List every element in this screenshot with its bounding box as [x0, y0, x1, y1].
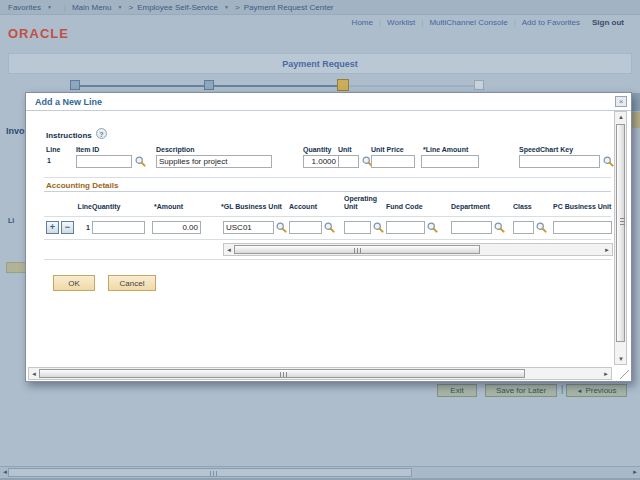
- train-line: [344, 85, 480, 87]
- unit-price-label: Unit Price: [371, 146, 404, 153]
- help-icon[interactable]: ?: [96, 128, 107, 139]
- background-label-partial: Li: [8, 217, 14, 224]
- col-fund-code: Fund Code: [386, 203, 442, 211]
- section-divider: [44, 191, 611, 192]
- section-divider: [44, 177, 611, 178]
- dialog-vscrollbar-thumb[interactable]: [616, 124, 625, 342]
- link-divider: |: [421, 18, 423, 27]
- description-field[interactable]: [156, 155, 272, 168]
- breadcrumb-item-prc: Payment Request Center: [244, 3, 334, 12]
- multichannel-console-link[interactable]: MultiChannel Console: [429, 18, 507, 27]
- favorites-menu[interactable]: Favorites: [8, 3, 41, 12]
- background-sliver: [632, 112, 640, 128]
- crumb-separator: >: [235, 3, 240, 12]
- col-account: Account: [289, 203, 339, 211]
- quantity-field[interactable]: [303, 155, 339, 168]
- grid-scrollbar-thumb[interactable]: [234, 245, 480, 254]
- worklist-link[interactable]: Worklist: [387, 18, 415, 27]
- col-quantity: Quantity: [92, 203, 152, 211]
- chevron-down-icon: ▼: [224, 4, 229, 10]
- breadcrumb-divider: |: [64, 3, 66, 12]
- background-heading-partial: Invo: [6, 126, 25, 136]
- scroll-left-icon[interactable]: ◄: [31, 371, 37, 377]
- page-horizontal-scrollbar[interactable]: ◄ ►: [0, 466, 640, 478]
- account-lookup-icon[interactable]: [324, 222, 335, 233]
- add-to-favorites-link[interactable]: Add to Favorites: [522, 18, 580, 27]
- crumb-separator: >: [128, 3, 133, 12]
- footer-divider: |: [561, 384, 563, 394]
- instructions-label: Instructions: [46, 131, 92, 140]
- row-department-field[interactable]: [451, 221, 492, 234]
- cancel-button[interactable]: Cancel: [108, 275, 156, 291]
- row-operating-unit-field[interactable]: [344, 221, 371, 234]
- scroll-right-icon[interactable]: ►: [604, 247, 610, 253]
- dialog-horizontal-scrollbar[interactable]: ◄ ►: [28, 367, 612, 380]
- breadcrumb-item-ess[interactable]: Employee Self-Service: [137, 3, 218, 12]
- exit-button[interactable]: Exit: [437, 384, 477, 397]
- add-new-line-dialog: Add a New Line × Instructions ? Line Ite…: [25, 92, 632, 382]
- row-class-field[interactable]: [513, 221, 534, 234]
- speedchart-key-label: SpeedChart Key: [519, 146, 573, 153]
- row-fund-code-field[interactable]: [386, 221, 425, 234]
- chevron-down-icon: ▼: [47, 4, 52, 10]
- unit-price-field[interactable]: [371, 155, 415, 168]
- scroll-up-icon[interactable]: ▲: [618, 114, 624, 120]
- col-operating-unit: Operating Unit: [344, 195, 382, 211]
- main-menu[interactable]: Main Menu: [72, 3, 112, 12]
- speedchart-key-field[interactable]: [519, 155, 600, 168]
- scrollbar-grip: [280, 372, 287, 377]
- row-amount-field[interactable]: [152, 221, 201, 234]
- add-row-button[interactable]: +: [46, 221, 59, 234]
- unit-label: Unit: [338, 146, 352, 153]
- section-divider: [44, 259, 611, 260]
- row-account-field[interactable]: [289, 221, 322, 234]
- link-divider: |: [379, 18, 381, 27]
- quantity-label: Quantity: [303, 146, 331, 153]
- row-gl-business-unit-field[interactable]: [223, 221, 274, 234]
- item-id-field[interactable]: [76, 155, 132, 168]
- row-pc-business-unit-field[interactable]: [553, 221, 612, 234]
- speedchart-lookup-icon[interactable]: [603, 156, 614, 167]
- scroll-left-icon[interactable]: ◄: [226, 247, 232, 253]
- scroll-right-icon[interactable]: ►: [632, 469, 638, 475]
- scroll-down-icon[interactable]: ▼: [618, 356, 624, 362]
- grid-divider: [44, 216, 611, 217]
- item-id-label: Item ID: [76, 146, 99, 153]
- item-id-lookup-icon[interactable]: [135, 156, 146, 167]
- scrollbar-grip: [354, 248, 361, 253]
- class-lookup-icon[interactable]: [536, 222, 547, 233]
- row-line-number: 1: [72, 224, 90, 231]
- resize-grip-icon[interactable]: [620, 370, 629, 379]
- train-step-2: [204, 80, 214, 90]
- sign-out-link[interactable]: Sign out: [592, 18, 624, 27]
- fund-code-lookup-icon[interactable]: [427, 222, 438, 233]
- grid-horizontal-scrollbar[interactable]: ◄ ►: [223, 243, 613, 256]
- unit-field[interactable]: [338, 155, 359, 168]
- previous-button[interactable]: ◄ Previous: [566, 384, 627, 397]
- grid-divider: [44, 239, 611, 240]
- col-amount: *Amount: [154, 203, 210, 211]
- dialog-vertical-scrollbar[interactable]: ▲ ▼: [614, 111, 627, 365]
- gl-business-unit-lookup-icon[interactable]: [276, 222, 287, 233]
- ok-button[interactable]: OK: [53, 275, 95, 291]
- col-department: Department: [451, 203, 507, 211]
- line-label: Line: [46, 146, 60, 153]
- scrollbar-grip: [620, 218, 625, 225]
- background-button-partial: [6, 262, 26, 273]
- operating-unit-lookup-icon[interactable]: [373, 222, 384, 233]
- page-scrollbar-thumb[interactable]: [8, 468, 412, 477]
- page-title: Payment Request: [8, 53, 632, 74]
- col-pc-business-unit: PC Business Unit: [553, 203, 615, 211]
- train-step-1: [70, 80, 80, 90]
- department-lookup-icon[interactable]: [494, 222, 505, 233]
- home-link[interactable]: Home: [352, 18, 373, 27]
- row-quantity-field[interactable]: [92, 221, 145, 234]
- close-icon[interactable]: ×: [615, 96, 627, 107]
- line-amount-field[interactable]: [421, 155, 479, 168]
- dialog-hscrollbar-thumb[interactable]: [39, 369, 525, 378]
- train-step-4: [474, 80, 484, 90]
- col-line: Line: [64, 203, 92, 211]
- scroll-right-icon[interactable]: ►: [603, 371, 609, 377]
- col-gl-business-unit: *GL Business Unit: [221, 203, 287, 211]
- save-for-later-button[interactable]: Save for Later: [485, 384, 557, 397]
